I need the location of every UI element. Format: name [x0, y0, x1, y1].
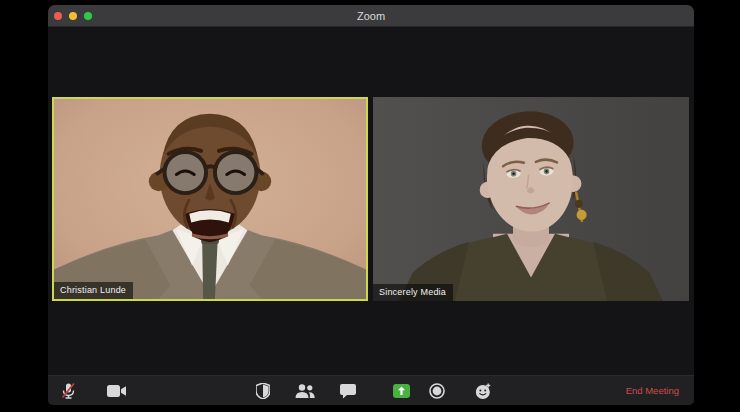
security-button[interactable]	[248, 376, 278, 405]
reactions-button[interactable]	[468, 376, 498, 405]
share-screen-icon	[393, 384, 410, 398]
meeting-toolbar: End Meeting	[48, 375, 694, 405]
participant-video-christian-lunde	[54, 99, 366, 299]
participants-button[interactable]	[290, 376, 320, 405]
video-stage: Christian Lunde	[48, 27, 694, 375]
share-screen-button[interactable]	[386, 376, 416, 405]
video-camera-icon	[107, 385, 126, 397]
participant-name-label: Sincerely Media	[373, 284, 453, 301]
start-video-button[interactable]	[101, 376, 131, 405]
mute-button[interactable]	[53, 376, 83, 405]
participant-video-sincerely-media	[373, 97, 689, 301]
chat-button[interactable]	[333, 376, 363, 405]
window-title: Zoom	[48, 5, 694, 27]
microphone-muted-icon	[60, 382, 77, 400]
chat-bubble-icon	[340, 384, 356, 399]
video-tile-christian-lunde[interactable]: Christian Lunde	[52, 97, 368, 301]
participants-icon	[295, 384, 315, 398]
participant-name-label: Christian Lunde	[54, 282, 133, 299]
record-button[interactable]	[422, 376, 452, 405]
reactions-icon	[475, 383, 492, 400]
titlebar: Zoom	[48, 5, 694, 27]
zoom-app-window: Zoom	[48, 5, 694, 405]
shield-icon	[256, 383, 270, 399]
record-icon	[429, 383, 445, 399]
end-meeting-button[interactable]: End Meeting	[626, 376, 679, 405]
video-tile-sincerely-media[interactable]: Sincerely Media	[373, 97, 689, 301]
